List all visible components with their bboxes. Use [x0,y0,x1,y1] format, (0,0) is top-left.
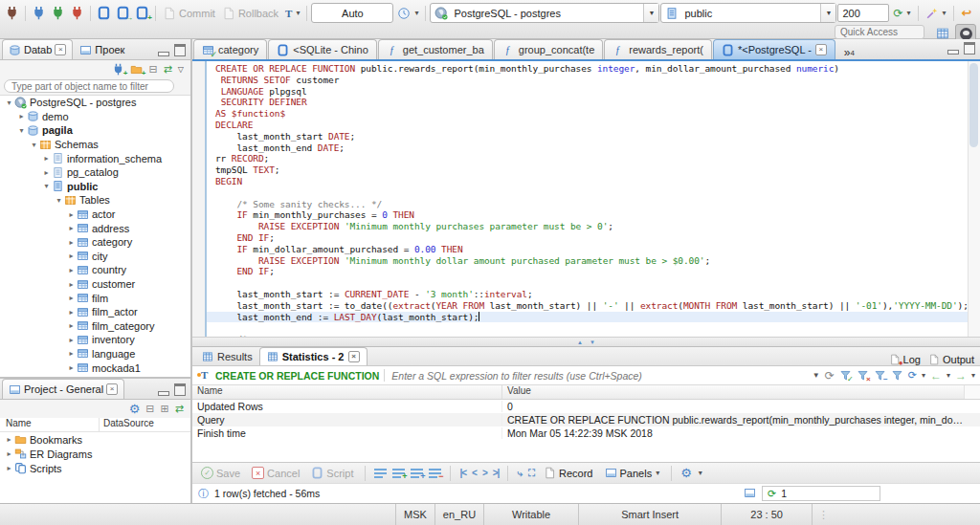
code-line[interactable]: END IF; [215,266,968,277]
collapse-arrow-icon[interactable]: ▾ [54,196,64,205]
filter-expression-input[interactable] [390,369,807,383]
record-button[interactable]: Record [541,463,595,483]
back-arrow-icon[interactable]: ↩ [958,3,976,23]
maximize-icon[interactable] [174,44,186,56]
expand-arrow-icon[interactable]: ▸ [66,238,77,247]
stat-row-finish-time[interactable]: Finish timeMon Mar 05 14:22:39 MSK 2018 [192,427,980,440]
filter-save-icon[interactable]: ✓ [839,369,852,382]
tree-item-tables[interactable]: ▾Tables [0,193,190,208]
column-header-value[interactable]: Value [502,385,964,399]
tab-projects[interactable]: Проек [73,39,131,59]
expand-arrow-icon[interactable]: ▸ [66,252,77,260]
panel-toggle-icon[interactable] [744,487,756,501]
expand-arrow-icon[interactable]: ▸ [66,336,77,344]
tree-item-language[interactable]: ▸language [0,347,190,361]
editor-tab-get-customer-ba[interactable]: get_customer_ba [378,39,493,59]
filter-clear-icon[interactable]: − [874,369,886,382]
project-item-er-diagrams[interactable]: ▸ER Diagrams [0,447,190,461]
project-item-bookmarks[interactable]: ▸Bookmarks [0,432,190,447]
execution-count-box[interactable]: ⟳ 1 [762,486,880,501]
status-timezone[interactable]: MSK [395,504,434,525]
expand-arrow-icon[interactable]: ▸ [66,224,77,232]
commit-button[interactable]: Commit [160,3,218,23]
minimize-icon[interactable] [158,391,169,396]
new-project-folder-button[interactable]: + [130,63,143,76]
sql-code-area[interactable]: CREATE OR REPLACE FUNCTION public.reward… [207,61,968,337]
refresh-results-icon[interactable]: ⟳ [825,370,835,382]
code-line[interactable]: last_month_start := to_date((extract(YEA… [215,300,968,312]
code-line[interactable]: RETURNS SETOF customer [215,75,968,86]
edit-cell-icon[interactable] [374,468,387,478]
expand-arrow-icon[interactable]: ▸ [4,435,14,444]
code-line[interactable]: last_month_start DATE; [215,131,968,142]
code-line[interactable] [215,277,968,289]
connect-icon[interactable] [30,3,48,23]
tree-item-mockada1[interactable]: ▸mockada1 [0,361,190,375]
code-line[interactable]: IF min_monthly_purchases = 0 THEN [215,209,968,221]
editor-tab-rewards-report[interactable]: rewards_report( [604,39,712,59]
maximize-icon[interactable] [174,383,186,396]
execute-statement-icon[interactable] [977,3,980,23]
code-line[interactable]: /* [215,334,968,337]
column-header-datasource[interactable]: DataSource [99,418,190,431]
new-connection-button[interactable]: + [112,63,124,76]
expand-arrow-icon[interactable]: ▸ [66,266,77,274]
expand-arrow-icon[interactable]: ▸ [66,349,77,358]
commit-mode-combo[interactable]: Auto [311,3,393,23]
tree-item-country[interactable]: ▸country [0,263,190,277]
fetch-next-icon[interactable]: → [955,370,967,382]
link-with-editor-icon[interactable]: ⇄ [175,404,184,414]
sash-up-icon[interactable]: ▲ [577,339,583,345]
editor-tab-postgresql[interactable]: *<PostgreSQL - × [713,39,835,59]
rollback-button[interactable]: Rollback [219,3,281,23]
delete-row-icon[interactable]: − [429,468,441,478]
zoom-value-icon[interactable]: ⛶ [528,468,535,479]
editor-tab-category[interactable]: ✓category [193,39,267,59]
editor-tab-group-concat-te[interactable]: group_concat(te [494,39,604,59]
expand-arrow-icon[interactable]: ▸ [66,308,77,317]
new-connection-icon[interactable] [3,3,21,23]
expand-arrow-icon[interactable]: ▸ [66,294,77,302]
tab-overflow-indicator[interactable]: »4 [844,46,855,59]
gear-icon[interactable]: ⚙ [680,467,692,479]
expand-arrow-icon[interactable]: ▸ [4,449,14,458]
collapse-arrow-icon[interactable]: ▾ [41,182,52,190]
code-line[interactable]: last_month_end DATE; [215,142,968,154]
disconnect-icon[interactable] [68,3,86,23]
code-line[interactable] [215,322,968,334]
collapse-all-icon[interactable]: ⊟ [148,64,157,75]
gear-icon[interactable]: ⚙ [129,403,141,415]
cancel-button[interactable]: ×Cancel [249,463,302,483]
mock-data-wand-button[interactable]: ▾ [923,3,949,23]
column-header-name[interactable]: Name [192,385,502,399]
stat-row-query[interactable]: QueryCREATE OR REPLACE FUNCTION public.r… [192,413,980,427]
quick-access-input[interactable] [835,25,924,39]
maximize-icon[interactable] [964,42,975,55]
status-locale[interactable]: en_RU [434,504,483,525]
tab-results[interactable]: Results [195,348,259,365]
panels-button[interactable]: Panels▾ [602,463,663,483]
tree-item-city[interactable]: ▸city [0,250,190,264]
code-line[interactable]: SECURITY DEFINER [215,97,968,108]
refresh-data-button[interactable]: ⟳▾ [890,3,913,23]
tab-database-navigator[interactable]: Datab × [2,39,73,59]
editor-scrollbar[interactable] [968,61,980,337]
tree-item-demo[interactable]: ▸demo [0,110,190,124]
status-caret-position[interactable]: 23 : 50 [721,504,812,525]
sql-editor-icon[interactable] [95,3,113,23]
collapse-arrow-icon[interactable]: ▾ [29,141,39,149]
code-line[interactable] [215,187,968,199]
expand-arrow-icon[interactable]: ▸ [66,210,77,219]
expand-arrow-icon[interactable]: ▸ [66,363,77,372]
connection-selector[interactable]: PostgreSQL - postgres ▼ [430,3,659,23]
project-item-scripts[interactable]: ▸Scripts [0,461,190,475]
close-icon[interactable]: × [55,44,66,55]
fetch-size-input[interactable] [837,4,889,22]
output-button[interactable]: Output [928,354,974,365]
tree-item-category[interactable]: ▸category [0,235,190,250]
code-line[interactable]: END IF; [215,232,968,244]
tree-item-customer[interactable]: ▸customer [0,277,190,292]
previous-row-icon[interactable]: < [472,468,477,478]
code-line[interactable]: LANGUAGE plpgsql [215,86,968,98]
code-line[interactable]: BEGIN [215,176,968,187]
